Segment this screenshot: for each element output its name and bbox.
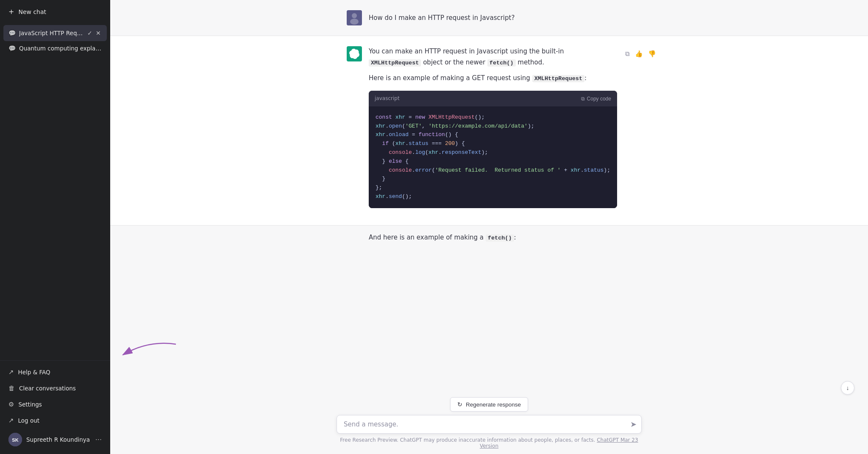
copy-icon: ⧉: [581, 96, 585, 102]
sidebar-top: + New chat: [0, 0, 110, 23]
gpt-icon: [347, 46, 362, 61]
settings-label: Settings: [18, 401, 42, 408]
assistant-intro-2: object or the newer: [421, 58, 487, 66]
code-block: javascript ⧉ Copy code const xhr = new X…: [369, 91, 617, 208]
chat-icon-2: 💬: [8, 45, 16, 52]
chat-item-js-http[interactable]: 💬 JavaScript HTTP Reque ✓ ✕: [3, 25, 107, 41]
copy-code-button[interactable]: ⧉ Copy code: [581, 96, 611, 102]
inline-code-3: XMLHttpRequest: [532, 75, 584, 82]
logout-icon: ↗: [8, 417, 14, 424]
copy-code-label: Copy code: [587, 96, 611, 102]
regenerate-row: ↻ Regenerate response: [337, 397, 642, 412]
help-faq-label: Help & FAQ: [18, 369, 50, 376]
svg-text:SK: SK: [12, 437, 18, 443]
chat-item-label: JavaScript HTTP Reque: [19, 30, 83, 36]
plus-icon: +: [8, 8, 14, 16]
scroll-down-button[interactable]: ↓: [841, 381, 854, 395]
footer-disclaimer: Free Research Preview. ChatGPT may produ…: [340, 437, 595, 443]
sidebar: + New chat 💬 JavaScript HTTP Reque ✓ ✕ 💬…: [0, 0, 110, 454]
user-message-row: How do I make an HTTP request in Javascr…: [110, 0, 868, 36]
input-row: ➤: [337, 415, 642, 434]
example-text-2: :: [584, 74, 587, 82]
svg-point-5: [350, 19, 359, 25]
new-chat-label: New chat: [18, 8, 46, 15]
inline-code-2: fetch(): [487, 59, 516, 67]
code-language-label: javascript: [375, 94, 400, 103]
inline-code-1: XMLHttpRequest: [369, 59, 421, 67]
clear-conversations-label: Clear conversations: [19, 385, 76, 392]
avatar: SK: [8, 433, 22, 446]
main-content: How do I make an HTTP request in Javascr…: [110, 0, 868, 454]
assistant-message-text: You can make an HTTP request in Javascri…: [369, 46, 617, 215]
user-message-text: How do I make an HTTP request in Javascr…: [369, 10, 515, 23]
chat-icon: 💬: [8, 30, 16, 36]
send-icon: ➤: [630, 420, 637, 429]
assistant-intro-1: You can make an HTTP request in Javascri…: [369, 47, 564, 55]
assistant-message-inner: You can make an HTTP request in Javascri…: [337, 46, 642, 215]
delete-chat-button[interactable]: ✕: [95, 29, 102, 37]
thumbs-down-button[interactable]: 👎: [647, 49, 657, 59]
thumbs-up-button[interactable]: 👍: [634, 49, 644, 59]
bottom-bar: ↻ Regenerate response ➤ Free Research Pr…: [110, 392, 868, 454]
user-name: Supreeth R Koundinya: [26, 436, 91, 443]
sidebar-bottom: ↗ Help & FAQ 🗑 Clear conversations ⚙ Set…: [0, 360, 110, 454]
assistant-intro-paragraph: You can make an HTTP request in Javascri…: [369, 46, 617, 68]
assistant-message-row: You can make an HTTP request in Javascri…: [110, 36, 868, 226]
trash-icon: 🗑: [8, 384, 15, 392]
code-content: const xhr = new XMLHttpRequest(); xhr.op…: [369, 106, 617, 208]
new-chat-button[interactable]: + New chat: [3, 3, 107, 20]
assistant-actions: ⧉ 👍 👎: [624, 46, 657, 59]
example-text-1: Here is an example of making a GET reque…: [369, 74, 532, 82]
regenerate-button[interactable]: ↻ Regenerate response: [450, 397, 528, 412]
settings-button[interactable]: ⚙ Settings: [3, 396, 107, 412]
help-faq-button[interactable]: ↗ Help & FAQ: [3, 364, 107, 380]
more-icon: ···: [95, 436, 102, 444]
partial-text-1: And here is an example of making a: [369, 234, 484, 241]
help-icon: ↗: [8, 368, 14, 376]
code-block-header: javascript ⧉ Copy code: [369, 91, 617, 106]
partial-message-inner: And here is an example of making a fetch…: [337, 232, 642, 248]
chat-item-actions: ✓ ✕: [86, 29, 102, 37]
footer-text: Free Research Preview. ChatGPT may produ…: [337, 434, 642, 454]
chat-list: 💬 JavaScript HTTP Reque ✓ ✕ 💬 Quantum co…: [0, 23, 110, 360]
regenerate-label: Regenerate response: [466, 401, 521, 408]
gear-icon: ⚙: [8, 401, 14, 408]
user-profile[interactable]: SK Supreeth R Koundinya ···: [3, 429, 107, 451]
clear-conversations-button[interactable]: 🗑 Clear conversations: [3, 380, 107, 396]
copy-message-button[interactable]: ⧉: [624, 49, 631, 59]
partial-message-text: And here is an example of making a fetch…: [369, 232, 632, 243]
chat-messages: How do I make an HTTP request in Javascr…: [110, 0, 868, 392]
send-button[interactable]: ➤: [630, 420, 637, 429]
partial-text-2: :: [514, 234, 516, 241]
rename-chat-button[interactable]: ✓: [86, 29, 93, 37]
regenerate-icon: ↻: [457, 401, 462, 408]
user-avatar-message: [347, 10, 362, 25]
message-input[interactable]: [337, 415, 642, 434]
chat-item-label-2: Quantum computing explaine: [19, 45, 102, 52]
svg-point-4: [352, 13, 357, 18]
logout-label: Log out: [18, 417, 40, 424]
assistant-example-intro: Here is an example of making a GET reque…: [369, 73, 617, 84]
assistant-intro-3: method.: [516, 58, 544, 66]
logout-button[interactable]: ↗ Log out: [3, 412, 107, 429]
partial-code: fetch(): [486, 234, 514, 242]
chat-item-quantum[interactable]: 💬 Quantum computing explaine: [3, 41, 107, 56]
user-message-inner: How do I make an HTTP request in Javascr…: [337, 10, 642, 25]
partial-message-row: And here is an example of making a fetch…: [110, 226, 868, 248]
